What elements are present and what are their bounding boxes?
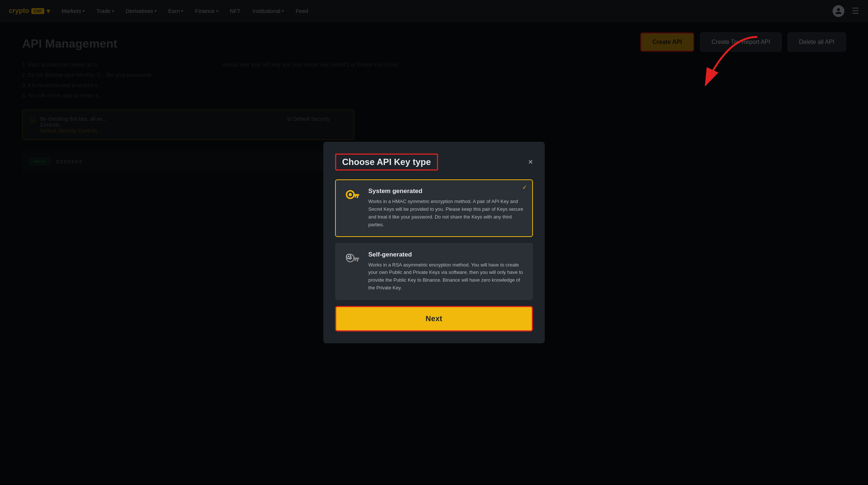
next-button[interactable]: Next bbox=[335, 306, 533, 331]
system-selected-checkmark: ✓ bbox=[522, 184, 527, 191]
modal-overlay: Choose API Key type × System generated W… bbox=[0, 0, 868, 485]
choose-api-modal: Choose API Key type × System generated W… bbox=[323, 142, 545, 343]
svg-rect-4 bbox=[355, 196, 356, 197]
svg-rect-3 bbox=[357, 196, 358, 198]
svg-rect-2 bbox=[353, 194, 359, 196]
svg-point-11 bbox=[348, 255, 349, 257]
next-button-wrapper: Next bbox=[335, 306, 533, 331]
system-key-icon bbox=[343, 188, 362, 206]
system-generated-content: System generated Works in a HMAC symmetr… bbox=[368, 188, 525, 228]
svg-rect-9 bbox=[355, 259, 356, 261]
svg-rect-12 bbox=[348, 254, 349, 255]
svg-rect-7 bbox=[353, 257, 359, 259]
svg-point-1 bbox=[349, 193, 352, 196]
self-generated-content: Self-generated Works in a RSA asymmetric… bbox=[368, 251, 525, 292]
self-generated-desc: Works in a RSA asymmetric encryption met… bbox=[368, 261, 525, 292]
system-generated-title: System generated bbox=[368, 188, 525, 195]
modal-title: Choose API Key type bbox=[335, 154, 438, 171]
svg-rect-14 bbox=[346, 256, 347, 257]
system-generated-option[interactable]: System generated Works in a HMAC symmetr… bbox=[335, 179, 533, 237]
svg-rect-8 bbox=[357, 259, 358, 261]
modal-header: Choose API Key type × bbox=[335, 154, 533, 171]
modal-close-button[interactable]: × bbox=[528, 157, 533, 167]
self-generated-option[interactable]: Self-generated Works in a RSA asymmetric… bbox=[335, 243, 533, 300]
svg-rect-13 bbox=[348, 258, 349, 259]
self-generated-title: Self-generated bbox=[368, 251, 525, 258]
svg-rect-15 bbox=[350, 256, 351, 257]
system-generated-desc: Works in a HMAC symmetric encryption met… bbox=[368, 198, 525, 228]
self-key-icon bbox=[343, 251, 362, 269]
